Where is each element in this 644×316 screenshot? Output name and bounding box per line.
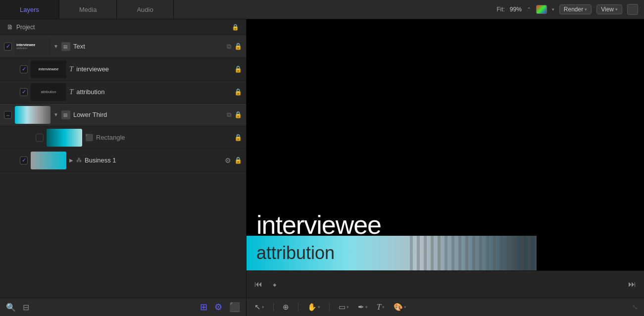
timeline-bar: ⏮ ⬥ ⏭ — [247, 270, 644, 298]
layer-checkbox-lowerthird[interactable] — [4, 111, 12, 119]
shape-chevron: ▾ — [347, 305, 349, 310]
expand-arrow-business[interactable]: ▶ — [69, 158, 73, 163]
fit-stepper[interactable]: ⌃ — [527, 6, 531, 13]
paint-tool[interactable]: 🎨 ▾ — [392, 302, 408, 313]
render-button[interactable]: Render ▾ — [559, 4, 592, 14]
color-chevron[interactable]: ▾ — [552, 7, 554, 12]
shape-tool[interactable]: ▭ ▾ — [337, 302, 351, 313]
search-icon[interactable]: 🔍 — [6, 303, 16, 312]
layer-thumbnail-lowerthird — [15, 106, 50, 124]
resize-handle[interactable]: ⤡ — [632, 303, 638, 311]
pen-icon: ✒ — [358, 303, 364, 312]
tab-media[interactable]: Media — [59, 0, 117, 19]
globe-icon: ⊕ — [283, 303, 289, 312]
view-button[interactable]: View ▾ — [596, 4, 622, 14]
lock-icon-attribution[interactable]: 🔒 — [234, 88, 242, 96]
layer-thumbnail-attribution: attribution — [31, 83, 66, 101]
hand-icon: ✋ — [307, 303, 317, 312]
top-bar: Layers Media Audio Fit: 99% ⌃ ▾ Render ▾… — [0, 0, 644, 19]
layer-checkbox-interviewee[interactable] — [20, 65, 28, 73]
layer-icons-interviewee: 🔒 — [234, 65, 242, 73]
timeline-end-icon[interactable]: ⏭ — [628, 280, 636, 289]
shape-icon: ▭ — [339, 303, 346, 312]
project-row: 🗎 Project 🔒 — [0, 19, 246, 35]
layer-checkbox-attribution[interactable] — [20, 88, 28, 96]
globe-tool[interactable]: ⊕ — [281, 302, 291, 313]
layer-row[interactable]: ▶ ⁂ Business 1 ⚙ 🔒 — [0, 149, 246, 172]
lock-icon[interactable]: 🔒 — [232, 24, 239, 31]
text-tool-icon: T — [377, 303, 381, 312]
window-control[interactable] — [627, 4, 638, 15]
expand-arrow-text[interactable]: ▼ — [53, 44, 58, 49]
rect-icon: ⬛ — [85, 134, 93, 141]
paint-icon: 🎨 — [394, 303, 403, 312]
text-type-icon: T — [69, 65, 73, 73]
layer-label-attribution: attribution — [76, 88, 231, 96]
layer-row[interactable]: interviewee attribution ▼ ▤ Text ⧉ 🔒 — [0, 35, 246, 58]
project-label: Project — [16, 24, 35, 31]
text-tool[interactable]: T ▾ — [375, 302, 387, 313]
gear-icon-business[interactable]: ⚙ — [225, 157, 231, 164]
layer-label-rectangle: Rectangle — [96, 134, 231, 141]
lock-icon-business[interactable]: 🔒 — [234, 157, 242, 164]
layer-thumbnail-rectangle — [47, 129, 82, 147]
layers-list: interviewee attribution ▼ ▤ Text ⧉ 🔒 int… — [0, 35, 246, 298]
layer-thumbnail-business — [31, 152, 66, 169]
pen-chevron: ▾ — [365, 305, 368, 310]
text-chevron: ▾ — [382, 305, 385, 310]
export-icon[interactable]: ⬛ — [229, 302, 240, 313]
group-icon-text: ▤ — [61, 42, 70, 51]
paint-chevron: ▾ — [404, 305, 406, 310]
layer-label-business: Business 1 — [85, 157, 222, 164]
lock-icon-interviewee[interactable]: 🔒 — [234, 65, 242, 73]
hand-chevron: ▾ — [318, 305, 320, 310]
fit-value: 99% — [510, 6, 522, 13]
cursor-chevron: ▾ — [262, 305, 264, 310]
layer-checkbox-text[interactable] — [4, 43, 12, 51]
preview-interviewee-text: interviewee — [247, 210, 381, 240]
layer-row[interactable]: interviewee T interviewee 🔒 — [0, 58, 246, 81]
tool-separator — [273, 303, 274, 312]
tab-layers[interactable]: Layers — [0, 0, 59, 19]
layer-checkbox-business[interactable] — [20, 157, 28, 164]
settings-icon[interactable]: ⚙ — [214, 302, 222, 313]
layer-icons-business: ⚙ 🔒 — [225, 157, 242, 164]
canvas-area: interviewee attribution ⏮ ⬥ ⏭ ↖ ▾ ⊕ — [247, 19, 644, 316]
layer-row[interactable]: attribution T attribution 🔒 — [0, 81, 246, 104]
text-type-icon-attribution: T — [69, 88, 73, 96]
lock-icon-lowerthird[interactable]: 🔒 — [234, 111, 242, 118]
isolate-icon[interactable]: ⧉ — [227, 43, 231, 51]
lock-icon-rectangle[interactable]: 🔒 — [234, 134, 242, 141]
left-panel-bottom-bar: 🔍 ⊟ ⊞ ⚙ ⬛ — [0, 298, 246, 316]
layer-thumbnail-text: interviewee attribution — [15, 38, 50, 55]
layer-label-text: Text — [73, 43, 224, 50]
color-swatch[interactable] — [536, 5, 547, 14]
layer-row[interactable]: ⬛ Rectangle 🔒 — [0, 126, 246, 149]
preview-content: interviewee attribution — [247, 19, 644, 270]
timeline-marker-icon[interactable]: ⬥ — [272, 280, 277, 289]
preview-attribution-text: attribution — [256, 243, 335, 263]
panel-icon[interactable]: ⊟ — [23, 303, 29, 312]
hand-tool[interactable]: ✋ ▾ — [305, 302, 322, 313]
grid-icon[interactable]: ⊞ — [200, 302, 207, 313]
pen-tool[interactable]: ✒ ▾ — [356, 302, 370, 313]
document-icon: 🗎 — [7, 23, 13, 31]
layer-thumbnail-interviewee: interviewee — [31, 60, 66, 78]
left-panel: 🗎 Project 🔒 interviewee attribution ▼ ▤ … — [0, 19, 247, 316]
lock-icon-text[interactable]: 🔒 — [234, 43, 242, 50]
isolate-icon-lowerthird[interactable]: ⧉ — [227, 111, 231, 119]
layer-icons-rectangle: 🔒 — [234, 134, 242, 141]
expand-arrow-lowerthird[interactable]: ▼ — [53, 112, 58, 117]
layer-checkbox-rectangle[interactable] — [36, 134, 44, 142]
canvas-viewport: interviewee attribution — [247, 19, 644, 270]
group-icon-lowerthird: ▤ — [61, 110, 70, 119]
timeline-start-icon[interactable]: ⏮ — [254, 280, 262, 289]
cursor-tool[interactable]: ↖ ▾ — [252, 302, 266, 313]
layer-label-interviewee: interviewee — [76, 65, 231, 73]
cursor-icon: ↖ — [254, 303, 261, 312]
tab-audio[interactable]: Audio — [117, 0, 173, 19]
layer-row[interactable]: ▼ ▤ Lower Third ⧉ 🔒 — [0, 104, 246, 126]
preview-overlay — [406, 236, 537, 270]
top-bar-right: Fit: 99% ⌃ ▾ Render ▾ View ▾ — [491, 0, 644, 19]
preview-lower-third: attribution — [247, 236, 537, 270]
